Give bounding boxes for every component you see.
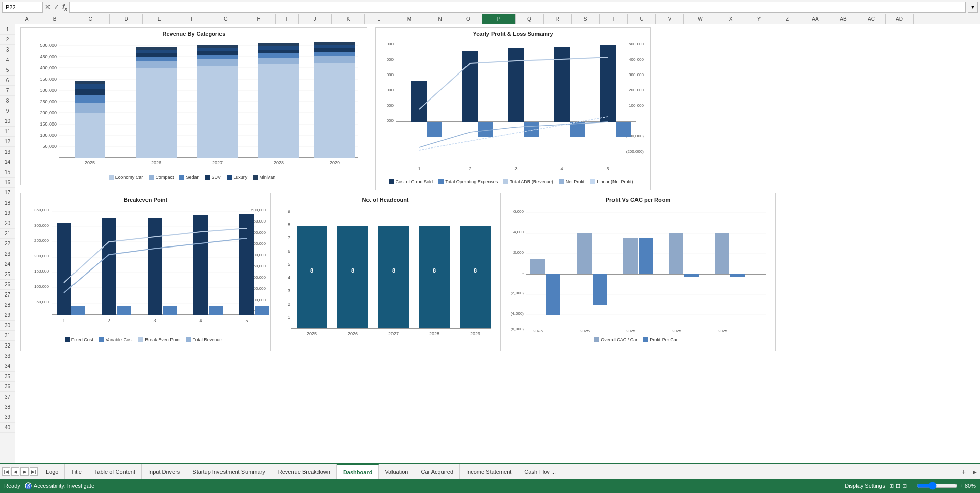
row-num-23[interactable]: 23 (0, 249, 15, 259)
col-header-V[interactable]: V (656, 14, 684, 24)
row-num-6[interactable]: 6 (0, 76, 15, 86)
col-header-U[interactable]: U (628, 14, 656, 24)
row-num-26[interactable]: 26 (0, 280, 15, 290)
col-header-L[interactable]: L (365, 14, 393, 24)
tabs-scroll-right[interactable]: ▶ (970, 464, 980, 479)
col-header-Y[interactable]: Y (745, 14, 773, 24)
row-num-28[interactable]: 28 (0, 300, 15, 310)
row-num-7[interactable]: 7 (0, 86, 15, 96)
row-num-8[interactable]: 8 (0, 96, 15, 106)
col-header-AD[interactable]: AD (886, 14, 914, 24)
tab-table-of-content[interactable]: Table of Content (88, 464, 142, 479)
col-header-R[interactable]: R (544, 14, 572, 24)
tab-cash-flov-[interactable]: Cash Flov ... (518, 464, 562, 479)
zoom-in-btn[interactable]: + (960, 483, 963, 489)
row-num-5[interactable]: 5 (0, 65, 15, 76)
row-num-31[interactable]: 31 (0, 331, 15, 341)
col-header-B[interactable]: B (38, 14, 71, 24)
nav-next-btn[interactable]: ▶ (20, 467, 29, 476)
col-header-AC[interactable]: AC (857, 14, 886, 24)
col-header-Z[interactable]: Z (773, 14, 801, 24)
tab-valuation[interactable]: Valuation (379, 464, 414, 479)
row-num-1[interactable]: 1 (0, 24, 15, 35)
nav-last-btn[interactable]: ▶| (30, 467, 38, 476)
row-num-25[interactable]: 25 (0, 269, 15, 280)
row-num-33[interactable]: 33 (0, 351, 15, 361)
tab-logo[interactable]: Logo (40, 464, 65, 479)
formula-expand-btn[interactable]: ▼ (968, 2, 978, 13)
confirm-icon[interactable]: ✓ (54, 3, 59, 11)
accessibility-status[interactable]: ♿ Accessibility: Investigate (24, 482, 94, 489)
row-num-13[interactable]: 13 (0, 147, 15, 157)
function-icon[interactable]: fx (62, 3, 67, 12)
row-num-11[interactable]: 11 (0, 127, 15, 137)
tab-car-acquired[interactable]: Car Acquired (414, 464, 460, 479)
tab-startup-investment-summary[interactable]: Startup Investment Summary (186, 464, 272, 479)
row-num-2[interactable]: 2 (0, 35, 15, 45)
col-header-A[interactable]: A (15, 14, 38, 24)
col-header-Q[interactable]: Q (516, 14, 544, 24)
formula-input[interactable] (69, 2, 966, 13)
col-header-J[interactable]: J (299, 14, 332, 24)
page-break-icon[interactable]: ⊡ (902, 483, 907, 489)
row-num-20[interactable]: 20 (0, 218, 15, 229)
row-num-35[interactable]: 35 (0, 372, 15, 382)
col-header-P[interactable]: P (482, 14, 516, 24)
col-header-S[interactable]: S (572, 14, 600, 24)
cancel-icon[interactable]: ✕ (45, 3, 51, 11)
col-header-N[interactable]: N (426, 14, 454, 24)
page-layout-icon[interactable]: ⊟ (896, 483, 900, 489)
col-header-G[interactable]: G (209, 14, 242, 24)
col-header-D[interactable]: D (110, 14, 143, 24)
row-num-12[interactable]: 12 (0, 137, 15, 147)
col-header-K[interactable]: K (332, 14, 365, 24)
row-num-14[interactable]: 14 (0, 157, 15, 167)
cell-name-box[interactable]: P22 (2, 2, 43, 13)
nav-first-btn[interactable]: |◀ (2, 467, 10, 476)
row-num-21[interactable]: 21 (0, 229, 15, 239)
row-num-40[interactable]: 40 (0, 423, 15, 433)
nav-prev-btn[interactable]: ◀ (11, 467, 19, 476)
add-sheet-btn[interactable]: + (958, 464, 970, 479)
row-num-19[interactable]: 19 (0, 208, 15, 218)
row-num-38[interactable]: 38 (0, 402, 15, 412)
tab-revenue-breakdown[interactable]: Revenue Breakdown (272, 464, 337, 479)
col-header-X[interactable]: X (717, 14, 745, 24)
row-num-29[interactable]: 29 (0, 310, 15, 321)
row-num-4[interactable]: 4 (0, 55, 15, 65)
zoom-out-btn[interactable]: − (911, 483, 914, 489)
row-num-9[interactable]: 9 (0, 106, 15, 116)
tab-title[interactable]: Title (65, 464, 88, 479)
display-settings-label[interactable]: Display Settings (845, 483, 885, 489)
row-num-15[interactable]: 15 (0, 167, 15, 178)
sheet-nav[interactable]: |◀ ◀ ▶ ▶| (0, 464, 40, 479)
tab-income-statement[interactable]: Income Statement (460, 464, 518, 479)
col-header-W[interactable]: W (684, 14, 717, 24)
row-num-3[interactable]: 3 (0, 45, 15, 55)
col-header-E[interactable]: E (143, 14, 176, 24)
row-num-18[interactable]: 18 (0, 198, 15, 208)
row-num-39[interactable]: 39 (0, 412, 15, 423)
col-header-H[interactable]: H (242, 14, 276, 24)
row-num-10[interactable]: 10 (0, 116, 15, 127)
normal-view-icon[interactable]: ⊞ (889, 483, 894, 489)
zoom-slider[interactable] (917, 482, 958, 490)
col-header-C[interactable]: C (71, 14, 110, 24)
row-num-22[interactable]: 22 (0, 239, 15, 249)
col-header-AA[interactable]: AA (801, 14, 829, 24)
col-header-O[interactable]: O (454, 14, 482, 24)
row-num-16[interactable]: 16 (0, 178, 15, 188)
row-num-32[interactable]: 32 (0, 341, 15, 351)
row-num-37[interactable]: 37 (0, 392, 15, 402)
col-header-M[interactable]: M (393, 14, 426, 24)
row-num-36[interactable]: 36 (0, 382, 15, 392)
col-header-I[interactable]: I (276, 14, 299, 24)
row-num-24[interactable]: 24 (0, 259, 15, 269)
col-header-AB[interactable]: AB (829, 14, 857, 24)
row-num-30[interactable]: 30 (0, 321, 15, 331)
tab-dashboard[interactable]: Dashboard (337, 464, 379, 479)
row-num-17[interactable]: 17 (0, 188, 15, 198)
col-header-F[interactable]: F (176, 14, 209, 24)
row-num-34[interactable]: 34 (0, 361, 15, 372)
col-header-T[interactable]: T (600, 14, 628, 24)
